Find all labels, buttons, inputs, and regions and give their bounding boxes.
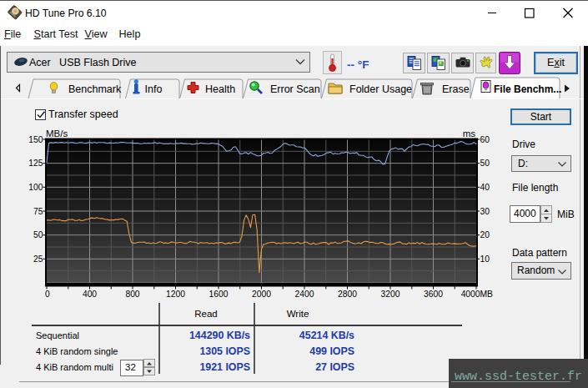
svg-text:Erase: Erase: [442, 83, 470, 95]
svg-text:20: 20: [480, 230, 490, 239]
svg-text:150: 150: [28, 135, 43, 144]
svg-text:125: 125: [28, 159, 43, 168]
svg-text:50: 50: [480, 159, 490, 168]
svg-text:File Benchm...: File Benchm...: [494, 83, 561, 95]
svg-text:1600: 1600: [209, 290, 229, 299]
svg-text:60: 60: [480, 135, 490, 144]
svg-text:3200: 3200: [381, 290, 400, 299]
svg-text:Health: Health: [205, 83, 235, 95]
svg-text:2000: 2000: [252, 290, 271, 299]
svg-text:0: 0: [45, 290, 50, 299]
svg-text:100: 100: [28, 183, 43, 192]
svg-text:75: 75: [33, 207, 43, 216]
svg-text:Benchmark: Benchmark: [68, 83, 122, 95]
svg-text:Folder Usage: Folder Usage: [349, 83, 412, 95]
svg-text:10: 10: [480, 254, 490, 264]
svg-text:3600: 3600: [424, 290, 443, 299]
svg-text:400: 400: [83, 290, 97, 299]
svg-text:40: 40: [480, 183, 490, 192]
svg-text:2400: 2400: [295, 290, 314, 299]
svg-text:Error Scan: Error Scan: [270, 83, 320, 95]
svg-text:1200: 1200: [166, 290, 185, 299]
svg-text:2800: 2800: [338, 290, 357, 299]
svg-text:Info: Info: [145, 83, 163, 95]
svg-text:30: 30: [480, 207, 490, 216]
svg-text:ms: ms: [463, 128, 476, 139]
svg-text:800: 800: [125, 290, 139, 299]
svg-text:50: 50: [33, 230, 43, 239]
svg-text:25: 25: [33, 254, 43, 264]
svg-text:MB/s: MB/s: [46, 128, 68, 139]
svg-text:4000MB: 4000MB: [461, 290, 493, 299]
